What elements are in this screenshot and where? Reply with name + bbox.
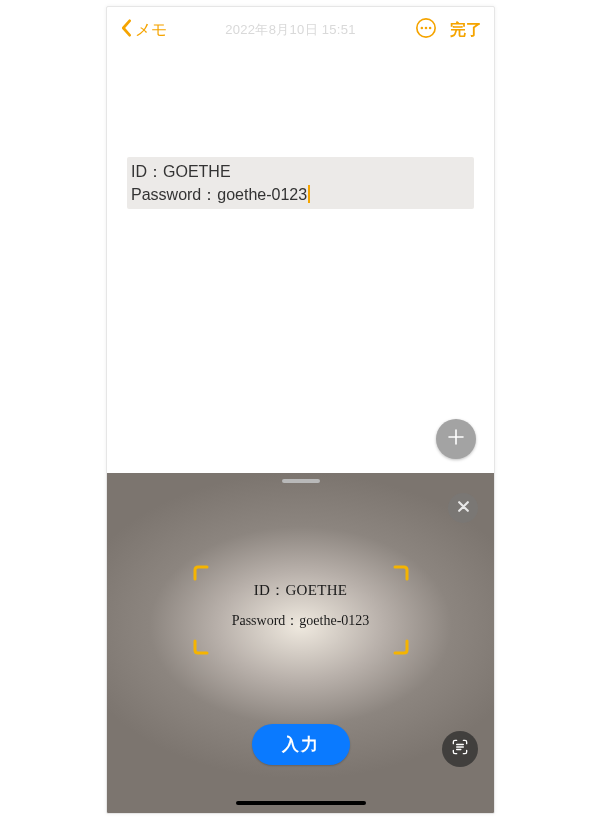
- live-text-icon: [450, 737, 470, 761]
- viewfinder-corner-icon: [193, 637, 211, 655]
- live-text-toggle-button[interactable]: [442, 731, 478, 767]
- close-scanner-button[interactable]: [448, 493, 478, 523]
- note-timestamp: 2022年8月10日 15:51: [225, 21, 356, 39]
- sheet-grabber[interactable]: [282, 479, 320, 483]
- close-icon: [457, 499, 470, 517]
- live-text-scanner-panel: ID：GOETHE Password：goethe-0123 入力: [107, 473, 494, 813]
- add-attachment-button[interactable]: [436, 419, 476, 459]
- home-indicator[interactable]: [236, 801, 366, 805]
- scan-viewfinder: ID：GOETHE Password：goethe-0123: [193, 565, 409, 655]
- done-button[interactable]: 完了: [450, 20, 482, 41]
- back-button[interactable]: メモ: [119, 19, 167, 41]
- plus-icon: [447, 428, 465, 450]
- note-line-1: ID：GOETHE: [131, 163, 231, 180]
- viewfinder-corner-icon: [391, 637, 409, 655]
- text-cursor: [308, 185, 310, 203]
- more-button[interactable]: [414, 18, 438, 42]
- note-line-2: Password：goethe-0123: [131, 186, 307, 203]
- selected-text[interactable]: ID：GOETHE Password：goethe-0123: [127, 157, 474, 209]
- svg-point-2: [425, 27, 428, 30]
- svg-point-3: [429, 27, 432, 30]
- scanned-text-preview: ID：GOETHE Password：goethe-0123: [193, 581, 409, 630]
- scanned-line-2: Password：goethe-0123: [193, 612, 409, 630]
- back-label: メモ: [135, 20, 167, 41]
- scanned-line-1: ID：GOETHE: [193, 581, 409, 600]
- ellipsis-circle-icon: [415, 17, 437, 43]
- navigation-bar: メモ 2022年8月10日 15:51 完了: [107, 7, 494, 53]
- chevron-left-icon: [119, 19, 133, 41]
- insert-text-button[interactable]: 入力: [252, 724, 350, 765]
- svg-point-1: [421, 27, 424, 30]
- note-editor[interactable]: ID：GOETHE Password：goethe-0123: [107, 53, 494, 473]
